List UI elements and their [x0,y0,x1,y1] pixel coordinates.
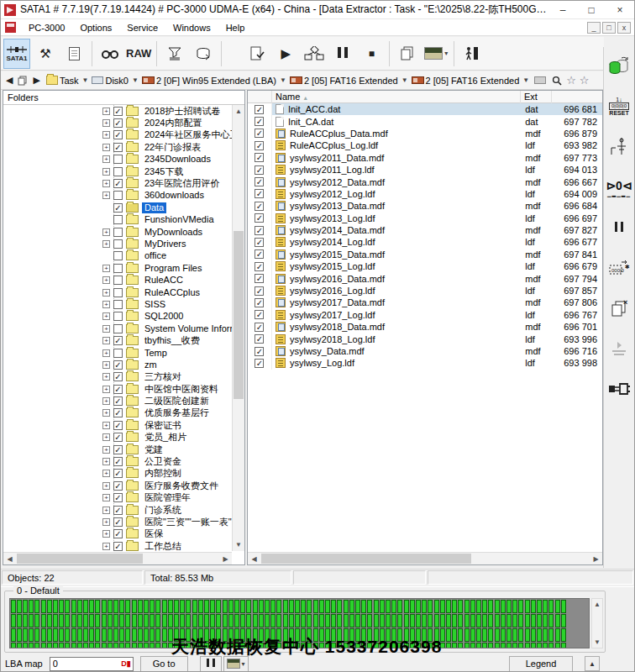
exit-button[interactable] [459,39,485,69]
tree-item[interactable]: +RuleACC [3,274,232,286]
sector-block[interactable] [452,614,457,627]
file-row[interactable]: ✓ysylwsy_Data.mdfmdf696 716 [248,345,602,357]
tree-item[interactable]: +RuleACCplus [3,286,232,298]
sector-block[interactable] [138,614,143,627]
folder-checkbox[interactable]: ✓ [113,385,123,394]
sector-block[interactable] [380,600,385,613]
sector-block[interactable] [495,628,500,642]
sector-block[interactable] [319,600,324,613]
folder-checkbox[interactable] [113,155,123,164]
sector-block[interactable] [283,600,288,613]
folder-label[interactable]: 医疗服务收费文件 [142,480,221,491]
file-row[interactable]: ✓ysylwsy2011_Data.mdfmdf697 773 [248,152,602,164]
sector-block[interactable] [446,628,451,642]
collapse-map-button[interactable]: ▲ [585,656,600,671]
tree-item[interactable]: +✓门诊系统 [3,504,232,516]
sector-block[interactable] [210,600,215,613]
expand-toggle-icon[interactable]: + [102,325,110,333]
scroll-left-icon[interactable]: ◀ [248,553,260,564]
folder-checkbox[interactable]: ✓ [113,408,123,417]
folder-label[interactable]: 23年医院信用评价 [142,178,222,189]
folder-checkbox[interactable]: ✓ [113,493,123,502]
tree-item[interactable]: FunshionVMedia [3,214,232,226]
sector-block[interactable] [65,643,70,648]
sector-block[interactable] [367,600,372,613]
folder-label[interactable]: 门诊系统 [142,505,184,516]
sector-block[interactable] [440,614,445,627]
sector-block[interactable] [102,600,107,613]
sector-block[interactable] [470,643,475,648]
chevron-down-icon[interactable]: ▼ [132,76,139,84]
expand-toggle-icon[interactable]: + [102,312,110,320]
sector-block[interactable] [77,643,82,648]
sector-block[interactable] [138,643,143,648]
folder-label[interactable]: FunshionVMedia [142,214,217,225]
sector-block[interactable] [95,628,100,642]
sector-block[interactable] [452,628,457,642]
sector-block[interactable] [404,614,409,627]
radix-toggle[interactable]: D▮ [121,659,130,668]
expand-toggle-icon[interactable]: + [102,518,110,526]
folder-label[interactable]: 22年门诊报表 [142,142,203,153]
mdi-restore-button[interactable]: □ [602,22,616,34]
tree-item[interactable]: office [3,250,232,262]
sector-block[interactable] [71,643,76,648]
sector-block[interactable] [458,628,463,642]
sector-block[interactable] [41,600,46,613]
file-name[interactable]: ysylwsy2018_Data.mdf [290,322,385,332]
file-checkbox[interactable]: ✓ [255,262,264,271]
files-horizontal-scrollbar[interactable]: ◀ ▶ [248,552,602,564]
sector-block[interactable] [344,600,349,613]
folder-checkbox[interactable] [113,312,123,321]
file-name[interactable]: ysylwsy2016_Data.mdf [290,274,385,284]
sector-block[interactable] [108,600,113,613]
sector-block[interactable] [295,614,300,627]
container-button[interactable] [190,39,217,69]
sector-block[interactable] [495,643,500,648]
sector-block[interactable] [29,628,34,642]
menu-windows[interactable]: Windows [165,20,218,35]
file-checkbox[interactable]: ✓ [255,249,264,259]
file-row[interactable]: ✓ysylwsy2015_Log.ldfldf696 679 [248,260,602,272]
file-row[interactable]: ✓ysylwsy2012_Data.mdfmdf696 667 [248,176,602,187]
sector-block[interactable] [125,643,130,648]
sector-block[interactable] [548,643,554,648]
sector-block[interactable] [155,600,160,613]
sector-block[interactable] [83,643,88,648]
sector-block[interactable] [337,600,342,613]
sector-block[interactable] [47,643,52,648]
tree-item[interactable]: +✓三方核对 [3,371,232,383]
sector-block[interactable] [476,614,481,627]
folder-label[interactable]: 保密证书 [142,420,184,431]
sector-block[interactable] [23,643,28,648]
folder-checkbox[interactable] [113,191,123,200]
sector-block[interactable] [228,614,234,627]
sector-block[interactable] [204,614,209,627]
folder-label[interactable]: 三方核对 [142,371,184,382]
sector-block[interactable] [325,614,330,627]
folder-label[interactable]: 360downloads [142,190,207,201]
sector-block[interactable] [53,600,58,613]
sector-block[interactable] [192,600,197,613]
tree-item[interactable]: +✓优质服务基层行 [3,407,232,419]
sector-block[interactable] [276,600,281,613]
tree-item[interactable]: +✓党建 [3,444,232,455]
expand-toggle-icon[interactable]: + [102,180,110,187]
sector-block[interactable] [543,614,548,627]
file-row[interactable]: ✓RuleACCplus_Log.ldfldf693 982 [248,139,602,151]
file-checkbox[interactable]: ✓ [255,153,264,162]
expand-toggle-icon[interactable]: + [102,507,110,514]
sector-block[interactable] [374,600,379,613]
menu-options[interactable]: Options [72,20,119,35]
tree-item[interactable]: +MyDrivers [3,238,232,249]
sector-block[interactable] [410,600,415,613]
sector-block[interactable] [410,614,415,627]
expand-toggle-icon[interactable]: + [102,482,110,490]
log-script-button[interactable] [60,39,87,69]
sector-block[interactable] [531,628,536,642]
sector-block[interactable] [59,600,64,613]
file-checkbox[interactable]: ✓ [255,165,264,175]
tree-item[interactable]: +✓2018护士招聘试卷 [3,105,232,117]
breadcrumb-item[interactable]: Task▼ [46,76,89,86]
tree-item[interactable]: ✓Data [3,202,232,213]
